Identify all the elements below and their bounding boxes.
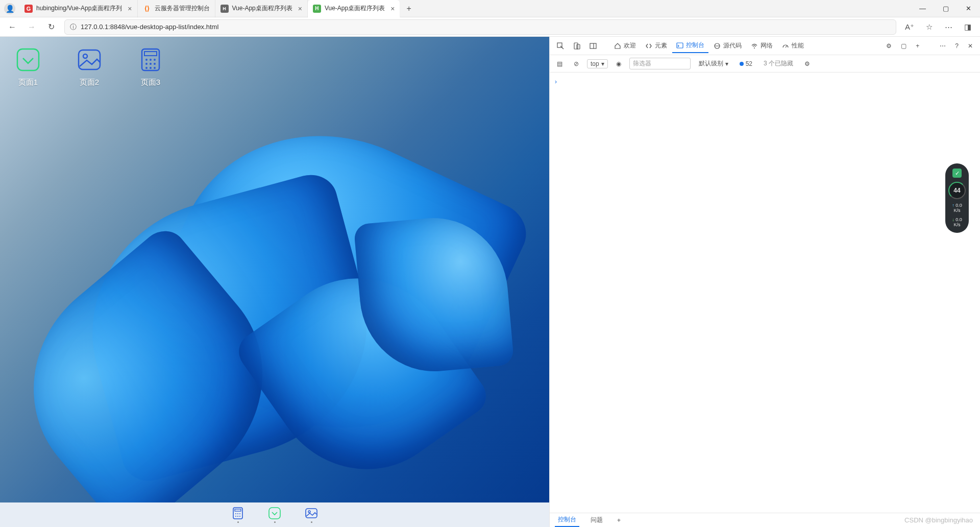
cpu-gauge: 44 (948, 182, 966, 199)
tab-console-active[interactable]: 控制台 (672, 38, 708, 53)
inspect-button[interactable] (553, 40, 568, 52)
close-devtools-button[interactable]: ✕ (964, 40, 977, 52)
profile-icon[interactable]: 👤 (4, 3, 15, 14)
desktop-icons: 页面1 页面2 页面3 (15, 47, 163, 87)
upload-speed: ↑ 0.0K/s (952, 203, 962, 213)
url-input[interactable]: ⓘ 127.0.0.1:8848/vue-desktop-app-list/in… (64, 19, 896, 35)
settings-button[interactable]: ⚙ (801, 59, 813, 69)
image-icon (77, 47, 102, 73)
panel-icon[interactable]: ▢ (897, 40, 911, 52)
console-toolbar: ▤ ⊘ top ▾ ◉ 筛选器 默认级别 ▾ 52 3 个已隐藏 ⚙ (550, 55, 980, 73)
tab-title: Vue-App桌面程序列表 (232, 4, 292, 13)
favorite-button[interactable]: ☆ (921, 19, 937, 35)
svg-point-5 (145, 59, 148, 61)
dock-side-button[interactable] (585, 40, 601, 52)
address-bar: ← → ↻ ⓘ 127.0.0.1:8848/vue-desktop-app-l… (0, 17, 980, 37)
wifi-icon (751, 42, 758, 50)
code-icon (645, 42, 652, 50)
network-monitor-widget[interactable]: ✓ 44 ↑ 0.0K/s ↓ 0.0K/s (945, 163, 969, 233)
sidebar-toggle-button[interactable]: ▤ (554, 59, 566, 69)
home-icon (614, 42, 621, 50)
tab-network[interactable]: 网络 (747, 39, 777, 53)
svg-point-10 (154, 63, 156, 65)
svg-point-9 (150, 63, 152, 65)
url-text: 127.0.0.1:8848/vue-desktop-app-list/inde… (81, 23, 218, 31)
svg-rect-26 (574, 43, 578, 49)
dock-indicator (274, 521, 276, 523)
dock-item-bag[interactable] (268, 507, 281, 523)
dock-item-calculator[interactable] (231, 507, 244, 523)
clear-console-button[interactable]: ⊘ (571, 59, 582, 69)
drawer-add-button[interactable]: + (614, 515, 624, 526)
svg-point-24 (308, 511, 310, 513)
desktop-wallpaper[interactable]: 页面1 页面2 页面3 (0, 37, 549, 502)
info-icon[interactable]: ⓘ (70, 22, 77, 32)
svg-rect-0 (17, 49, 39, 70)
bag-icon (15, 47, 41, 73)
hbuilder-icon: H (313, 5, 321, 13)
close-icon[interactable]: × (128, 5, 132, 13)
live-expression-button[interactable]: ◉ (613, 59, 624, 69)
forward-button[interactable]: → (23, 19, 40, 35)
context-select[interactable]: top ▾ (587, 59, 608, 68)
hidden-count: 3 个已隐藏 (761, 58, 796, 69)
desktop-icon-page3[interactable]: 页面3 (138, 47, 163, 87)
tab-2[interactable]: H Vue-App桌面程序列表 × (215, 0, 308, 17)
issue-count[interactable]: 52 (737, 59, 755, 69)
tab-welcome[interactable]: 欢迎 (610, 39, 640, 53)
svg-rect-30 (677, 43, 683, 48)
window-close-button[interactable]: ✕ (957, 0, 980, 17)
dock-indicator (311, 521, 312, 523)
more-button[interactable]: ⋯ (936, 40, 950, 52)
drawer-tab-issues[interactable]: 问题 (587, 514, 606, 526)
help-button[interactable]: ? (951, 40, 963, 52)
content-area: 页面1 页面2 页面3 (0, 37, 980, 527)
svg-rect-22 (269, 508, 280, 519)
dock-indicator (237, 521, 239, 523)
level-select[interactable]: 默认级别 ▾ (696, 58, 731, 69)
svg-point-20 (237, 516, 238, 517)
devtools-panel: 欢迎 元素 控制台 源代码 网络 性能 ⚙ ▢ + ⋯ ? ✕ ▤ ⊘ top … (549, 37, 980, 527)
side-panel-button[interactable]: ◨ (960, 19, 976, 35)
reload-button[interactable]: ↻ (43, 19, 59, 35)
shield-icon: ✓ (952, 169, 962, 178)
filter-input[interactable]: 筛选器 (629, 58, 691, 69)
new-tab-button[interactable]: + (400, 4, 417, 13)
close-icon[interactable]: × (390, 5, 395, 13)
drawer-tab-console[interactable]: 控制台 (555, 513, 579, 527)
calculator-icon (138, 47, 163, 73)
reading-mode-button[interactable]: A⁺ (901, 19, 918, 35)
tab-elements[interactable]: 元素 (641, 39, 671, 53)
device-button[interactable] (569, 40, 584, 52)
watermark: CSDN @bingbingyihao (904, 516, 973, 524)
gitee-icon: G (24, 5, 33, 13)
console-output[interactable]: › (550, 73, 980, 513)
devtools-toolbar: 欢迎 元素 控制台 源代码 网络 性能 ⚙ ▢ + ⋯ ? ✕ (550, 37, 980, 55)
svg-point-8 (145, 63, 148, 65)
tab-performance[interactable]: 性能 (778, 39, 808, 53)
svg-point-17 (237, 513, 238, 514)
tab-0[interactable]: G hubingbing/Vue-App桌面程序列 × (19, 0, 138, 17)
svg-point-6 (150, 59, 152, 61)
desktop-icon-page1[interactable]: 页面1 (15, 47, 41, 87)
gauge-icon (782, 42, 789, 50)
tab-3-active[interactable]: H Vue-App桌面程序列表 × (308, 0, 400, 17)
console-icon (676, 42, 683, 49)
svg-point-13 (154, 67, 156, 69)
minimize-button[interactable]: — (911, 0, 934, 17)
more-button[interactable]: ⋯ (940, 19, 957, 35)
panel-icon (590, 42, 597, 50)
svg-point-21 (239, 516, 240, 517)
add-button[interactable]: + (912, 40, 923, 52)
console-prompt: › (555, 78, 557, 85)
svg-point-19 (235, 516, 236, 517)
close-icon[interactable]: × (298, 5, 302, 13)
dock-item-image[interactable] (305, 507, 318, 523)
back-button[interactable]: ← (4, 19, 20, 35)
maximize-button[interactable]: ▢ (934, 0, 957, 17)
svg-point-18 (239, 513, 240, 514)
gear-icon[interactable]: ⚙ (882, 40, 896, 52)
tab-1[interactable]: ⟨⟩ 云服务器管理控制台 (138, 0, 215, 17)
desktop-icon-page2[interactable]: 页面2 (77, 47, 102, 87)
tab-sources[interactable]: 源代码 (709, 39, 746, 53)
